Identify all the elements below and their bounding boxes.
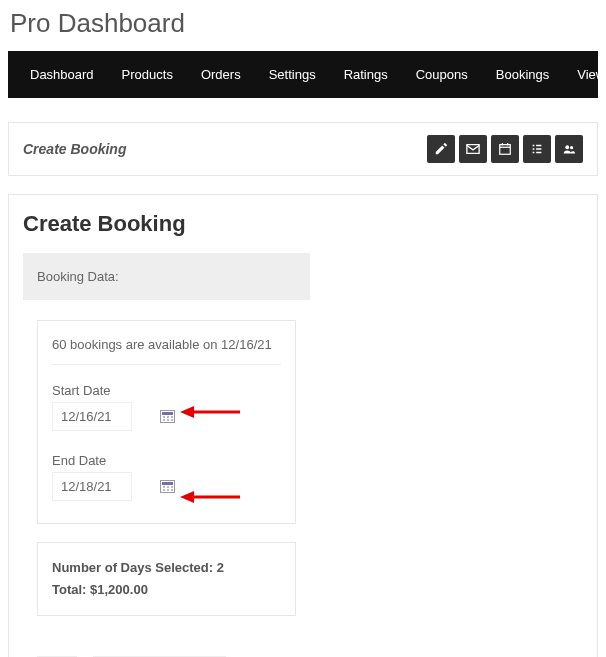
summary-box: Number of Days Selected: 2 Total: $1,200… xyxy=(37,542,296,616)
start-date-label: Start Date xyxy=(52,383,281,398)
nav-orders[interactable]: Orders xyxy=(187,51,255,98)
end-date-group: End Date xyxy=(52,453,281,501)
section-heading: Booking Data: xyxy=(23,253,310,300)
panel-actions xyxy=(427,135,583,163)
start-date-input[interactable] xyxy=(52,402,132,431)
page-title: Pro Dashboard xyxy=(0,0,606,51)
svg-rect-0 xyxy=(500,145,511,155)
panel-header: Create Booking xyxy=(8,122,598,176)
nav-ratings[interactable]: Ratings xyxy=(330,51,402,98)
annotation-arrow-icon xyxy=(180,490,240,504)
svg-point-2 xyxy=(570,146,573,149)
start-date-picker-icon[interactable] xyxy=(160,410,175,423)
nav-view-store[interactable]: View Store xyxy=(563,51,606,98)
calendar-icon[interactable] xyxy=(491,135,519,163)
nav-dashboard[interactable]: Dashboard xyxy=(16,51,108,98)
total-text: Total: $1,200.00 xyxy=(52,579,281,601)
main-panel: Create Booking Booking Data: 60 bookings… xyxy=(8,194,598,657)
main-nav: Dashboard Products Orders Settings Ratin… xyxy=(8,51,598,98)
start-date-group: Start Date xyxy=(52,383,281,431)
svg-point-1 xyxy=(565,145,569,149)
svg-marker-6 xyxy=(180,491,194,503)
nav-coupons[interactable]: Coupons xyxy=(402,51,482,98)
list-icon[interactable] xyxy=(523,135,551,163)
form-title: Create Booking xyxy=(23,211,583,237)
nav-bookings[interactable]: Bookings xyxy=(482,51,563,98)
panel-title: Create Booking xyxy=(23,141,126,157)
nav-settings[interactable]: Settings xyxy=(255,51,330,98)
mail-icon[interactable] xyxy=(459,135,487,163)
svg-marker-4 xyxy=(180,406,194,418)
users-icon[interactable] xyxy=(555,135,583,163)
end-date-label: End Date xyxy=(52,453,281,468)
form-area: Booking Data: 60 bookings are available … xyxy=(23,253,310,657)
days-selected-text: Number of Days Selected: 2 xyxy=(52,557,281,579)
end-date-input[interactable] xyxy=(52,472,132,501)
edit-icon[interactable] xyxy=(427,135,455,163)
annotation-arrow-icon xyxy=(180,405,240,419)
end-date-picker-icon[interactable] xyxy=(160,480,175,493)
availability-text: 60 bookings are available on 12/16/21 xyxy=(52,337,281,365)
date-box: 60 bookings are available on 12/16/21 St… xyxy=(37,320,296,524)
nav-products[interactable]: Products xyxy=(108,51,187,98)
